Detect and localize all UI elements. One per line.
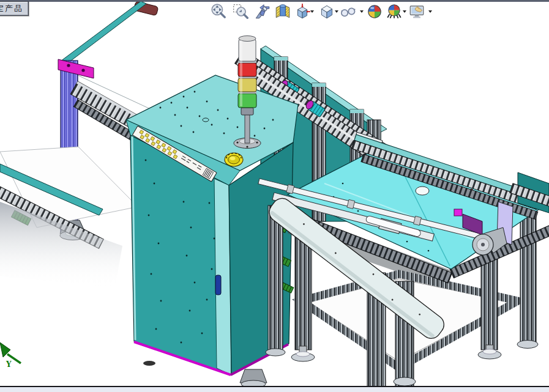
magenta-clamp[interactable] <box>454 209 462 216</box>
edit-appearance-button[interactable] <box>366 3 383 20</box>
view-settings-button[interactable] <box>408 3 425 20</box>
apply-scene-dropdown[interactable] <box>403 10 406 13</box>
apply-scene-icon <box>386 3 403 20</box>
edit-appearance-icon <box>366 3 383 20</box>
display-style-icon <box>318 3 335 20</box>
hide-show-items-dropdown[interactable] <box>360 10 364 13</box>
hide-show-items-button[interactable] <box>340 3 357 20</box>
y-axis-label: Y <box>6 360 12 369</box>
emergency-stop-button[interactable]: emergency stop button <box>225 153 243 166</box>
hide-show-items-icon <box>340 3 357 20</box>
display-style-dropdown[interactable] <box>335 10 338 13</box>
previous-view-button[interactable] <box>254 3 271 20</box>
apply-scene-button[interactable] <box>386 3 403 20</box>
selection-label: 定产品 <box>0 1 29 16</box>
window-top-edge <box>0 0 549 2</box>
orientation-triad: Y <box>0 338 39 382</box>
zoom-to-area-button[interactable] <box>232 3 249 20</box>
rack-lower-post[interactable] <box>268 205 283 350</box>
door-handle-slot[interactable] <box>215 275 221 295</box>
graphics-viewport[interactable]: magazine rack frame aluminium extrusion … <box>0 0 549 392</box>
view-orientation-button[interactable] <box>294 3 311 20</box>
panel-teal-edge[interactable] <box>58 1 146 67</box>
display-style-button[interactable] <box>318 3 335 20</box>
cabinet-foot-right[interactable] <box>240 369 267 388</box>
zoom-to-area-icon <box>232 3 249 20</box>
section-view-icon <box>274 3 291 20</box>
status-bar-edge <box>0 386 549 392</box>
zoom-to-fit-button[interactable] <box>210 3 227 20</box>
view-settings-dropdown[interactable] <box>428 10 432 13</box>
view-orientation-dropdown[interactable] <box>310 10 314 13</box>
previous-view-icon <box>254 3 271 20</box>
section-view-button[interactable] <box>274 3 291 20</box>
cad-window: magazine rack frame aluminium extrusion … <box>0 0 549 392</box>
view-settings-icon <box>408 3 425 20</box>
cabinet-foot-left[interactable] <box>143 361 155 366</box>
zoom-to-fit-icon <box>210 3 227 20</box>
selection-label-text: 定产品 <box>0 4 23 13</box>
view-orientation-icon <box>294 3 311 20</box>
